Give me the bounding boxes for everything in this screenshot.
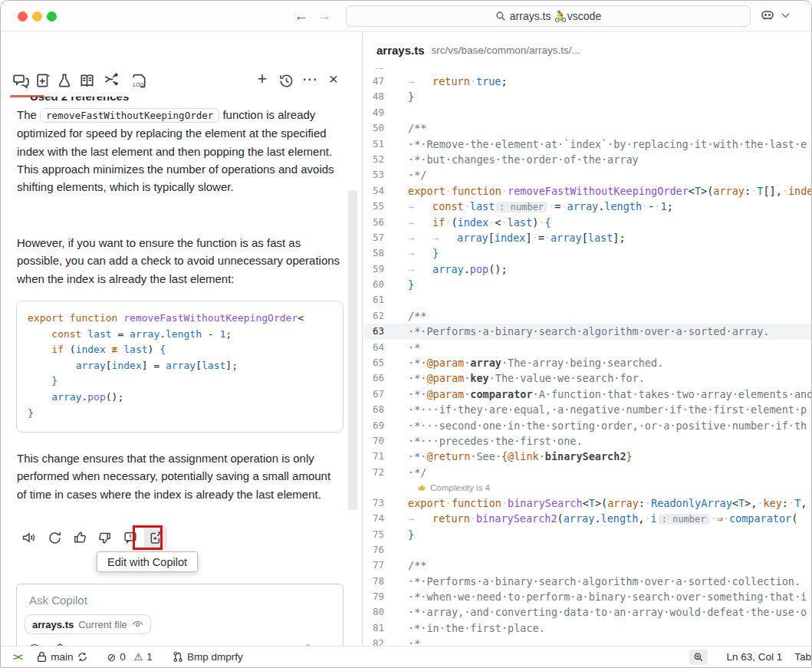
line-content[interactable]: }	[408, 527, 811, 542]
thumbs-down-button[interactable]	[94, 526, 117, 549]
line-number[interactable]: 66	[363, 370, 408, 386]
thumbs-up-button[interactable]	[68, 526, 91, 549]
line-content[interactable]: ·*·in·the·first·place.	[408, 620, 811, 636]
chat-input-box[interactable]: Ask Copilot arrays.ts Current file @	[16, 584, 344, 646]
line-content[interactable]: ·*·but·changes·the·order·of·the·array	[408, 152, 811, 167]
line-number[interactable]: 56	[363, 215, 408, 230]
tab-chat[interactable]	[11, 71, 31, 90]
branch-item[interactable]: main	[37, 651, 88, 663]
line-content[interactable]: /**	[408, 120, 811, 136]
code-line[interactable]: 78·*·Performs·a·binary·search·algorithm·…	[363, 574, 811, 589]
line-content[interactable]: ·*/	[408, 167, 811, 183]
code-line[interactable]: 48}	[363, 89, 811, 104]
code-line[interactable]: 80·*·array,·and·converting·data·to·an·ar…	[363, 604, 811, 620]
line-number[interactable]: 78	[363, 574, 408, 589]
line-content[interactable]: }	[408, 89, 811, 104]
line-number[interactable]: 63	[363, 324, 408, 339]
code-area[interactable]: 4647→return·true;48}4950/**51·*·Remove·t…	[363, 58, 811, 646]
code-line[interactable]: 71·*·@return·See·{@link·binarySearch2}	[363, 449, 811, 464]
line-content[interactable]: →return·true;	[408, 74, 811, 89]
line-number[interactable]: 54	[363, 183, 408, 199]
line-content[interactable]: →→array[index]·=·array[last];	[408, 230, 811, 245]
code-line[interactable]: 70·*···precedes·the·first·one.	[363, 433, 811, 449]
line-number[interactable]: 55	[363, 199, 408, 214]
code-line[interactable]: 66·*·@param·key·The·value·we·search·for.	[363, 370, 811, 386]
line-content[interactable]: ·*·@param·array·The·array·being·searched…	[408, 355, 811, 370]
line-number[interactable]: 61	[363, 292, 408, 308]
line-content[interactable]: ·*·@return·See·{@link·binarySearch2}	[408, 449, 811, 464]
line-content[interactable]: export·function·removeFastWithoutKeeping…	[408, 183, 811, 199]
code-line[interactable]: 67·*·@param·comparator·A·function·that·t…	[363, 387, 811, 402]
forward-button[interactable]: →	[315, 7, 334, 25]
line-content[interactable]: /**	[408, 558, 811, 573]
code-line[interactable]: 52·*·but·changes·the·order·of·the·array	[363, 152, 811, 167]
references-summary[interactable]: Used 2 references	[30, 97, 129, 105]
line-number[interactable]: 72	[363, 465, 408, 480]
line-number[interactable]: 62	[363, 308, 408, 324]
line-number[interactable]: 65	[363, 355, 408, 370]
line-number[interactable]: 47	[363, 74, 408, 89]
code-line[interactable]: 51·*·Remove·the·element·at·`index`·by·re…	[363, 137, 811, 152]
line-content[interactable]: ·*·array,·and·converting·data·to·an·arra…	[408, 604, 811, 620]
line-content[interactable]	[408, 292, 811, 308]
session-item[interactable]: Bmp dmprfy	[173, 651, 243, 663]
line-number[interactable]: 64	[363, 340, 408, 355]
codelens-complexity[interactable]: Complexity is 4	[363, 480, 811, 495]
line-number[interactable]: 68	[363, 402, 408, 417]
line-number[interactable]: 77	[363, 558, 408, 573]
code-line[interactable]: 55→const·last: number·=·array.length·-·1…	[363, 199, 811, 214]
more-actions-button[interactable]: ⋯	[300, 69, 320, 89]
line-number[interactable]: 67	[363, 387, 408, 402]
line-content[interactable]: ·*/	[408, 465, 811, 480]
back-button[interactable]: ←	[292, 7, 311, 25]
line-content[interactable]: ·*·when·we·need·to·perform·a·binary·sear…	[408, 589, 811, 604]
code-line[interactable]: 61	[363, 292, 811, 308]
line-number[interactable]: 49	[363, 105, 408, 120]
line-number[interactable]: 48	[363, 89, 408, 104]
line-number[interactable]: 57	[363, 230, 408, 245]
line-number[interactable]: 69	[363, 418, 408, 433]
read-aloud-button[interactable]	[18, 526, 41, 549]
remote-indicator[interactable]: ><	[13, 651, 21, 663]
regenerate-button[interactable]	[43, 526, 66, 549]
chat-scrollbar[interactable]	[348, 190, 357, 510]
line-content[interactable]: /**	[408, 308, 811, 324]
code-line[interactable]: 53·*/	[363, 167, 811, 183]
tab-beaker[interactable]	[54, 71, 74, 90]
new-chat-button[interactable]: +	[252, 69, 272, 89]
close-panel-button[interactable]: ×	[324, 69, 344, 89]
line-number[interactable]: 58	[363, 245, 408, 261]
line-content[interactable]: ·*···precedes·the·first·one.	[408, 433, 811, 449]
code-line[interactable]: 72·*/	[363, 465, 811, 480]
chat-code-block[interactable]: export function removeFastWithoutKeeping…	[16, 301, 344, 433]
code-line[interactable]: 50/**	[363, 120, 811, 136]
code-line[interactable]: 57→→array[index]·=·array[last];	[363, 230, 811, 245]
line-content[interactable]	[408, 542, 811, 558]
editor-breadcrumb[interactable]: arrays.ts src/vs/base/common/arrays.ts/.…	[363, 31, 811, 68]
code-line[interactable]: 64·*	[363, 340, 811, 355]
code-line[interactable]: 54export·function·removeFastWithoutKeepi…	[363, 183, 811, 199]
close-traffic-light[interactable]	[18, 12, 28, 21]
code-line[interactable]: 82·*	[363, 636, 811, 646]
minimize-traffic-light[interactable]	[32, 12, 42, 21]
line-content[interactable]: export·function·binarySearch<T>(array:·R…	[408, 495, 811, 511]
context-chip[interactable]: arrays.ts Current file	[25, 614, 151, 634]
line-content[interactable]: ·*···if·they·are·equal,·a·negative·numbe…	[408, 402, 811, 417]
line-content[interactable]: }	[408, 277, 811, 292]
line-number[interactable]: 52	[363, 152, 408, 167]
line-content[interactable]: ·*···second·one·in·the·sorting·order,·or…	[408, 418, 811, 433]
line-content[interactable]: →return·binarySearch2(array.length,·i: n…	[408, 511, 811, 526]
tab-type-hierarchy[interactable]	[100, 71, 120, 90]
tab-size-item[interactable]: Tab	[794, 651, 811, 663]
code-line[interactable]: 47→return·true;	[363, 74, 811, 89]
line-content[interactable]: ·*	[408, 340, 811, 355]
line-content[interactable]	[408, 105, 811, 120]
code-line[interactable]: 59→array.pop();	[363, 262, 811, 277]
line-number[interactable]: 50	[363, 120, 408, 136]
line-number[interactable]: 59	[363, 262, 408, 277]
code-line[interactable]: 69·*···second·one·in·the·sorting·order,·…	[363, 418, 811, 433]
line-number[interactable]: 51	[363, 137, 408, 152]
line-content[interactable]: ·*·@param·key·The·value·we·search·for.	[408, 370, 811, 386]
tab-output-log[interactable]: LOG	[129, 71, 149, 90]
line-content[interactable]: →array.pop();	[408, 262, 811, 277]
